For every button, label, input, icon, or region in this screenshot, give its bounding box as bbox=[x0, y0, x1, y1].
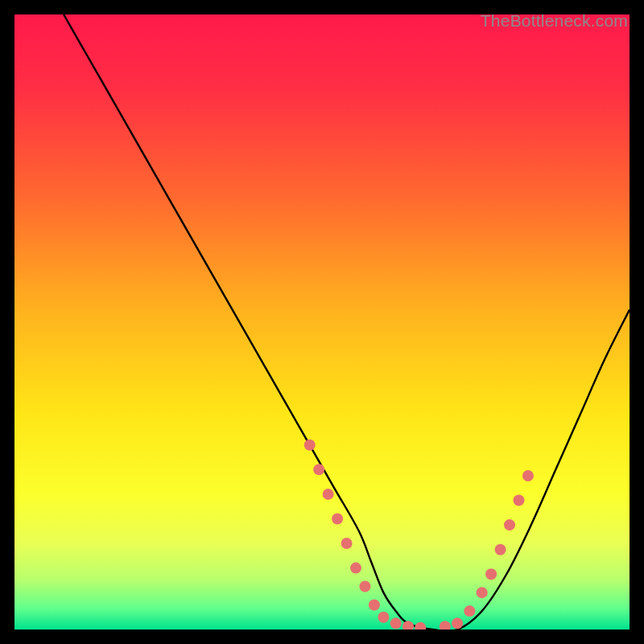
bottleneck-chart bbox=[14, 14, 630, 630]
chart-frame: TheBottleneck.com bbox=[14, 14, 630, 630]
highlight-dot bbox=[522, 470, 534, 481]
highlight-dot bbox=[477, 587, 488, 598]
highlight-dot bbox=[513, 495, 524, 506]
watermark-text: TheBottleneck.com bbox=[481, 11, 628, 31]
highlight-dot bbox=[350, 563, 361, 574]
highlight-dot bbox=[485, 568, 497, 580]
highlight-dot bbox=[313, 464, 324, 475]
highlight-dot bbox=[304, 440, 316, 451]
highlight-dot bbox=[495, 544, 506, 555]
highlight-dot bbox=[332, 513, 343, 524]
highlight-dot bbox=[359, 581, 370, 592]
gradient-backdrop bbox=[14, 14, 630, 630]
highlight-dot bbox=[323, 489, 334, 500]
highlight-dot bbox=[390, 617, 402, 629]
highlight-dot bbox=[464, 605, 475, 617]
highlight-dot bbox=[341, 538, 353, 549]
highlight-dot bbox=[378, 612, 389, 623]
highlight-dot bbox=[369, 599, 380, 610]
highlight-dot bbox=[452, 617, 463, 629]
highlight-dot bbox=[504, 519, 515, 530]
